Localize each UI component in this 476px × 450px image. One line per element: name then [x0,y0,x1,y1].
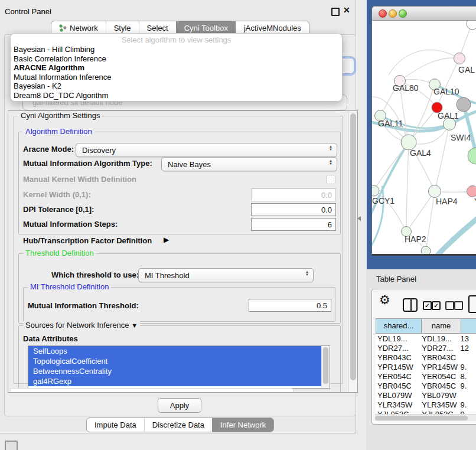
unchecked-checkbox-icon[interactable] [445,301,454,310]
dropdown-item[interactable]: Basic Correlation Inference [11,54,342,64]
cyni-settings-scrollpane: Cyni Algorithm Settings Algorithm Defini… [8,110,358,393]
settings-scrollbar[interactable] [348,111,357,392]
sources-group-title[interactable]: Sources for Network Inference ▼ [23,321,140,330]
column-header[interactable]: name [421,318,461,334]
table-row[interactable]: YBR045CYBR045C9. [376,381,476,390]
table-cell[interactable]: 9 [459,410,476,415]
table-row[interactable]: YDR27...YDR27...12 [376,343,476,353]
table-cell[interactable]: YLR345W [376,400,420,409]
node-label: GAL11 [378,119,403,128]
network-node-node-green-large[interactable] [468,148,476,164]
table-cell[interactable]: YLR345W [420,400,458,409]
aracne-mode-combobox[interactable]: Discovery ▲▼ [76,143,337,157]
table-cell[interactable]: YBL079W [376,391,420,400]
table-cell[interactable]: 12 [459,344,476,353]
close-icon[interactable]: ✕ [343,5,350,15]
table-cell[interactable]: YER054C [420,372,458,381]
table-cell[interactable]: 9. [459,400,476,409]
dropdown-item-selected[interactable]: ARACNE Algorithm [11,63,342,73]
network-node-node[interactable] [467,21,476,30]
network-node-node-gray[interactable] [457,97,471,112]
network-node-GCY1[interactable] [372,185,379,196]
table-row[interactable]: YBR043CYBR043C [376,353,476,362]
close-button[interactable] [379,9,387,18]
list-scrollbar[interactable] [321,346,330,388]
table-cell[interactable]: 9. [459,363,476,371]
table-cell[interactable]: YBR043C [420,353,458,362]
network-edge [436,211,476,254]
table-row[interactable]: YER054CYER054C8. [376,371,476,381]
scrollbar-thumb[interactable] [350,113,356,380]
table-cell[interactable]: 8. [459,372,476,381]
table-horizontal-scrollbar[interactable] [375,414,476,421]
dpi-tolerance-field[interactable]: 0.0 [251,203,336,216]
network-node-node-small[interactable] [421,246,431,254]
float-window-icon[interactable] [331,8,340,16]
list-item[interactable]: SelfLoops [28,346,325,356]
dropdown-item[interactable]: Bayesian - Hill Climbing [11,45,342,54]
mi-steps-field[interactable]: 6 [251,218,336,231]
column-header[interactable]: A [461,318,476,334]
dropdown-item[interactable]: Mutual Information Inference [11,73,342,82]
table-cell[interactable]: YDL19... [420,334,458,343]
kernel-width-field[interactable]: 0.0 [251,188,336,201]
zoom-button[interactable] [399,9,407,18]
manual-kernel-checkbox[interactable] [326,175,335,184]
list-item[interactable]: TopologicalCoefficient [28,356,325,366]
checked-checkbox-icon[interactable]: ✓ [432,301,441,310]
scrollbar-thumb[interactable] [375,416,468,420]
table-cell[interactable]: YDR27... [420,344,458,353]
network-node-GAL[interactable] [454,53,465,64]
network-canvas[interactable]: GALGAL80GAL10GAL1GAL11SWI4GAL4GCY1HAP4YH… [372,21,476,254]
table-row[interactable]: YDL19...YDL19...13 [376,334,476,343]
table-cell[interactable]: YPR145W [376,363,420,371]
table-cell[interactable]: YJL052C [376,410,420,415]
checked-checkbox-icon[interactable]: ✓ [423,301,432,310]
dropdown-item[interactable]: Dream8 DC_TDC Algorithm [11,91,342,100]
which-threshold-combobox[interactable]: MI Threshold ▲▼ [138,268,314,282]
table-cell[interactable]: YDR27... [376,344,420,353]
mi-threshold-field[interactable]: 0.5 [249,299,331,312]
table-cell[interactable]: YBL079W [420,391,458,400]
collapse-arrow-icon[interactable]: ▼ [131,322,138,329]
table-cell[interactable]: YBR045C [420,381,458,390]
network-node-HAP4[interactable] [429,185,441,198]
table-row[interactable]: YBL079WYBL079W [376,390,476,400]
table-cell[interactable]: YDL19... [376,334,420,343]
tab-infer-network[interactable]: Infer Network [212,418,273,432]
data-attributes-list: SelfLoops TopologicalCoefficient Between… [28,345,330,389]
table-cell[interactable]: YBR043C [376,353,420,362]
columns-icon[interactable] [403,298,418,312]
horizontal-scrollbar[interactable] [10,388,294,393]
column-header[interactable]: shared... [376,318,422,334]
table-row[interactable]: YLR345WYLR345W9. [376,400,476,409]
expander-arrow-icon[interactable]: ▶ [164,236,169,244]
network-edge [435,124,449,191]
network-node-Y[interactable] [467,186,476,197]
apply-button[interactable]: Apply [158,398,201,413]
hub-definition-label[interactable]: Hub/Transcription Factor Definition [23,237,152,245]
unchecked-checkbox-icon[interactable] [454,301,463,310]
table-cell[interactable]: YBR045C [376,381,420,390]
splitter-collapse-arrow[interactable] [357,216,361,221]
table-cell[interactable]: YPR145W [420,363,458,371]
table-row[interactable]: YJL052CYJL052C9 [376,409,476,414]
combo-arrows-icon: ▲▼ [329,145,332,151]
table-cell[interactable]: YJL052C [420,410,458,415]
tab-discretize-data[interactable]: Discretize Data [144,418,212,432]
table-cell[interactable]: 9. [459,381,476,390]
list-item[interactable]: gal4RGexp [28,376,325,386]
tab-impute-data[interactable]: Impute Data [87,418,144,432]
dropdown-item[interactable]: Bayesian - K2 [11,81,342,91]
table-row[interactable]: YPR145WYPR145W9. [376,362,476,371]
network-window-titlebar[interactable] [372,6,476,21]
table-function-icon[interactable] [468,295,476,313]
list-item[interactable]: BetweennessCentrality [28,366,325,376]
gear-icon[interactable]: ⚙ [379,293,390,307]
docked-panel-icon[interactable] [5,441,18,450]
table-cell[interactable]: YER054C [376,372,420,381]
mi-type-combobox[interactable]: Naive Bayes ▲▼ [161,157,337,171]
minimize-button[interactable] [389,9,397,18]
table-cell[interactable]: 13 [459,334,476,343]
screen: Control Panel ✕ Network [0,0,476,450]
